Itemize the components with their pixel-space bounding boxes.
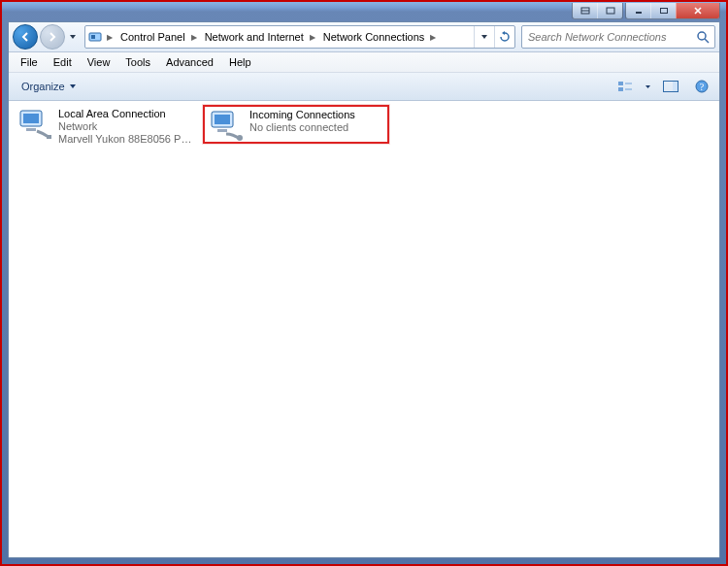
menu-advanced[interactable]: Advanced [158,54,221,70]
item-status: No clients connected [249,121,355,134]
svg-rect-12 [618,87,623,91]
menu-view[interactable]: View [80,54,118,70]
svg-line-10 [705,39,709,43]
svg-rect-20 [23,114,39,123]
item-status: Network [58,120,194,133]
menu-edit[interactable]: Edit [46,54,80,70]
refresh-button[interactable] [494,26,514,48]
back-button[interactable] [13,24,38,50]
item-device: Marvell Yukon 88E8056 PCI-E Gig... [58,133,194,146]
caption-extra1[interactable] [573,3,597,18]
caption-extra2[interactable] [597,3,622,18]
chevron-right-icon[interactable]: ▶ [308,33,317,42]
organize-label: Organize [21,81,65,92]
address-dropdown[interactable] [474,26,494,48]
forward-button[interactable] [40,24,65,50]
breadcrumb[interactable]: Control Panel [115,26,189,48]
incoming-connection-icon [209,109,244,142]
search-icon[interactable] [695,30,711,44]
menu-tools[interactable]: Tools [117,54,158,70]
network-adapter-icon [17,108,52,141]
svg-rect-8 [91,35,95,39]
items-view: Local Area Connection Network Marvell Yu… [9,101,719,557]
item-title: Local Area Connection [58,108,194,120]
minimize-button[interactable] [626,3,650,18]
window-caption-buttons [572,3,720,19]
breadcrumb[interactable]: Network and Internet [199,26,308,48]
maximize-button[interactable] [650,3,676,18]
svg-text:?: ? [700,82,705,92]
svg-rect-2 [607,8,614,14]
organize-button[interactable]: Organize [15,78,83,95]
location-icon [85,27,105,47]
preview-pane-button[interactable] [659,76,682,97]
chevron-right-icon[interactable]: ▶ [428,33,438,42]
svg-rect-11 [618,82,623,85]
menu-bar: File Edit View Tools Advanced Help [9,52,719,73]
svg-point-9 [698,32,706,40]
svg-rect-4 [660,9,667,14]
address-bar[interactable]: ▶ Control Panel ▶ Network and Internet ▶… [84,25,515,49]
menu-help[interactable]: Help [221,54,259,70]
nav-history-dropdown[interactable] [67,27,79,47]
help-button[interactable]: ? [690,76,713,97]
item-title: Incoming Connections [249,109,355,121]
search-box [521,25,715,49]
svg-rect-25 [217,129,227,132]
command-bar: Organize ? [9,73,719,101]
svg-point-26 [237,135,243,141]
svg-rect-22 [47,135,51,139]
connection-item[interactable]: Incoming Connections No clients connecte… [203,105,389,144]
explorer-window: ▶ Control Panel ▶ Network and Internet ▶… [8,21,720,558]
search-input[interactable] [526,30,695,44]
svg-rect-16 [673,82,678,91]
breadcrumb[interactable]: Network Connections [317,26,429,48]
connection-item[interactable]: Local Area Connection Network Marvell Yu… [13,105,199,144]
chevron-right-icon[interactable]: ▶ [105,33,115,42]
menu-file[interactable]: File [13,54,46,70]
chevron-down-icon[interactable] [645,83,651,90]
svg-rect-24 [215,115,230,124]
svg-rect-21 [26,128,36,131]
view-options-button[interactable] [613,76,637,97]
chevron-right-icon[interactable]: ▶ [189,33,199,42]
chevron-down-icon [69,83,77,90]
close-button[interactable] [676,3,719,18]
